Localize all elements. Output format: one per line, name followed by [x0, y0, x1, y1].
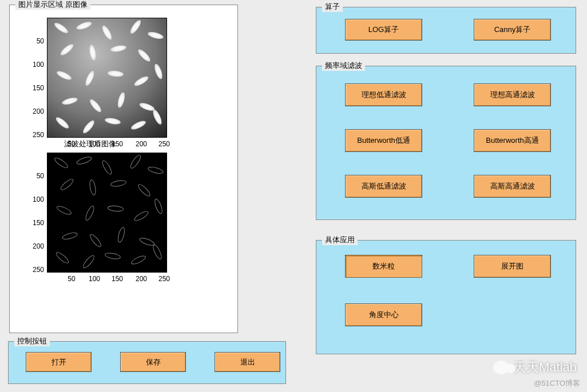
axis-tick: 100 — [21, 195, 44, 203]
axis-tick: 250 — [21, 266, 44, 274]
axis-tick: 50 — [21, 172, 44, 180]
image-panel-legend: 图片显示区域 原图像 — [15, 0, 90, 10]
axis-tick: 150 — [21, 84, 44, 92]
exit-button[interactable]: 退出 — [215, 352, 280, 372]
wechat-icon — [493, 361, 509, 374]
image-display-panel: 图片显示区域 原图像 50 100 150 200 250 滤波处理后图像 50… — [9, 5, 238, 333]
butterworth-lowpass-button[interactable]: Butterworth低通 — [345, 129, 422, 152]
frequency-panel-legend: 频率域滤波 — [322, 61, 365, 71]
axis-tick: 150 — [109, 140, 126, 148]
angle-center-button[interactable]: 角度中心 — [345, 303, 422, 326]
axis-tick: 100 — [86, 275, 103, 283]
operator-panel: 算子 LOG算子 Canny算子 — [316, 7, 576, 54]
axis-tick: 200 — [21, 242, 44, 250]
cto-watermark: @51CTO博客 — [534, 378, 580, 389]
axis-tick: 50 — [21, 37, 44, 45]
axis-tick: 100 — [86, 140, 103, 148]
axis-tick: 150 — [21, 219, 44, 227]
log-operator-button[interactable]: LOG算子 — [345, 19, 422, 41]
application-panel: 具体应用 数米粒 展开图 角度中心 — [316, 240, 576, 354]
control-panel: 控制按钮 打开 保存 退出 — [8, 341, 286, 384]
axis-tick: 200 — [133, 140, 150, 148]
gaussian-lowpass-button[interactable]: 高斯低通滤波 — [345, 175, 422, 198]
operator-panel-legend: 算子 — [322, 2, 343, 12]
save-button[interactable]: 保存 — [120, 352, 186, 372]
wechat-watermark: 天天Matlab — [493, 359, 577, 376]
ideal-highpass-button[interactable]: 理想高通滤波 — [474, 83, 551, 106]
frequency-filter-panel: 频率域滤波 理想低通滤波 理想高通滤波 Butterworth低通 Butter… — [316, 66, 576, 220]
control-panel-legend: 控制按钮 — [14, 336, 50, 346]
spread-image-button[interactable]: 展开图 — [474, 255, 551, 278]
wechat-watermark-text: 天天Matlab — [514, 359, 577, 376]
axis-tick: 200 — [21, 107, 44, 115]
count-rice-button[interactable]: 数米粒 — [345, 255, 422, 278]
gaussian-highpass-button[interactable]: 高斯高通滤波 — [474, 175, 551, 198]
axis-tick: 50 — [63, 275, 80, 283]
axis-tick: 100 — [21, 61, 44, 69]
canny-operator-button[interactable]: Canny算子 — [474, 19, 551, 41]
ideal-lowpass-button[interactable]: 理想低通滤波 — [345, 83, 422, 106]
axis-tick: 50 — [63, 140, 80, 148]
axis-tick: 150 — [109, 275, 126, 283]
filtered-image-plot — [47, 153, 167, 273]
axis-tick: 250 — [156, 140, 173, 148]
axis-tick: 200 — [133, 275, 150, 283]
axis-tick: 250 — [156, 275, 173, 283]
butterworth-highpass-button[interactable]: Butterworth高通 — [474, 129, 551, 152]
axis-tick: 250 — [21, 131, 44, 139]
application-panel-legend: 具体应用 — [322, 235, 358, 245]
open-button[interactable]: 打开 — [26, 352, 92, 372]
original-image-plot — [47, 18, 167, 138]
